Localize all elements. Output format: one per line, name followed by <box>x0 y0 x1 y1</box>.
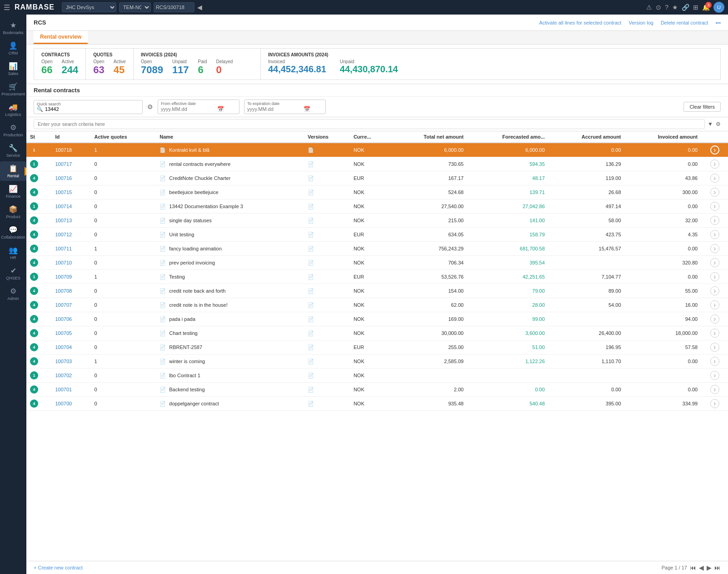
row-nav-arrow[interactable]: › <box>701 256 728 270</box>
chevron-right-icon[interactable]: › <box>710 230 719 239</box>
row-id[interactable]: 100712 <box>51 228 90 242</box>
row-id[interactable]: 100704 <box>51 340 90 354</box>
row-id[interactable]: 100702 <box>51 369 90 383</box>
row-nav-arrow[interactable]: › <box>701 369 728 383</box>
chevron-right-icon[interactable]: › <box>710 174 719 183</box>
sidebar-item-rental[interactable]: 📋 Rental <box>0 161 26 181</box>
to-date-input[interactable] <box>247 106 302 112</box>
row-id[interactable]: 100701 <box>51 383 90 397</box>
link-icon[interactable]: 🔗 <box>682 4 689 11</box>
row-id[interactable]: 100715 <box>51 185 90 200</box>
row-id[interactable]: 100706 <box>51 312 90 326</box>
table-row[interactable]: 4 100704 0 📄 RBRENT-2587 📄 EUR 255.00 51… <box>26 340 728 354</box>
pagination-first-button[interactable]: ⏮ <box>690 564 696 571</box>
chevron-right-icon[interactable]: › <box>710 145 719 155</box>
back-icon[interactable]: ◀ <box>197 4 202 11</box>
tem-selector[interactable]: TEM-NO <box>119 2 151 12</box>
activate-all-action[interactable]: Activate all lines for selected contract <box>539 20 621 25</box>
row-id[interactable]: 100713 <box>51 214 90 228</box>
create-contract-link[interactable]: + Create new contract <box>34 565 83 570</box>
chevron-right-icon[interactable]: › <box>710 385 719 394</box>
sidebar-item-logistics[interactable]: 🚚 Logistics <box>0 100 26 120</box>
row-nav-arrow[interactable]: › <box>701 397 728 411</box>
chevron-right-icon[interactable]: › <box>710 314 719 324</box>
sidebar-item-procurement[interactable]: 🛒 Procurement <box>0 80 26 99</box>
chevron-right-icon[interactable]: › <box>710 371 719 380</box>
pagination-last-button[interactable]: ⏭ <box>714 564 721 571</box>
more-actions-icon[interactable]: ••• <box>715 20 721 25</box>
row-id[interactable]: 100716 <box>51 171 90 185</box>
pagination-next-button[interactable]: ▶ <box>707 564 712 571</box>
table-row[interactable]: 4 100701 0 📄 Backend testing 📄 NOK 2.00 … <box>26 383 728 397</box>
row-nav-arrow[interactable]: › <box>701 284 728 298</box>
menu-icon[interactable]: ☰ <box>4 3 10 12</box>
sidebar-item-service[interactable]: 🔧 Service <box>0 141 26 160</box>
notification-bell[interactable]: 🔔 3 <box>702 4 710 11</box>
chevron-right-icon[interactable]: › <box>710 244 719 253</box>
chevron-right-icon[interactable]: › <box>710 399 719 408</box>
chevron-right-icon[interactable]: › <box>710 216 719 225</box>
chevron-right-icon[interactable]: › <box>710 258 719 267</box>
chevron-right-icon[interactable]: › <box>710 202 719 211</box>
sidebar-item-qhses[interactable]: ✔ QHSES <box>0 264 26 283</box>
chevron-right-icon[interactable]: › <box>710 300 719 309</box>
row-nav-arrow[interactable]: › <box>701 326 728 340</box>
row-id[interactable]: 100709 <box>51 270 90 284</box>
table-row[interactable]: 4 100711 1 📄 fancy loading animation 📄 N… <box>26 242 728 256</box>
calendar-icon-to[interactable]: 📅 <box>304 106 310 112</box>
table-row[interactable]: 4 100713 0 📄 single day statuses 📄 NOK 2… <box>26 214 728 228</box>
sidebar-item-sales[interactable]: 📊 Sales <box>0 59 26 79</box>
sidebar-item-admin[interactable]: ⚙ Admin <box>0 284 26 304</box>
alert-icon[interactable]: ⚠ <box>646 4 652 11</box>
table-settings-icon[interactable]: ⚙ <box>716 121 721 127</box>
grid-icon[interactable]: ⊞ <box>693 4 698 11</box>
row-id[interactable]: 100700 <box>51 397 90 411</box>
search-input[interactable] <box>34 119 705 129</box>
row-id[interactable]: 100717 <box>51 157 90 171</box>
version-log-action[interactable]: Version log <box>628 20 653 25</box>
row-id[interactable]: 100705 <box>51 326 90 340</box>
user-avatar[interactable]: U <box>713 2 724 13</box>
row-id[interactable]: 100718 <box>51 143 90 157</box>
sidebar-item-product[interactable]: 📦 Product <box>0 202 26 222</box>
row-nav-arrow[interactable]: › <box>701 185 728 200</box>
row-nav-arrow[interactable]: › <box>701 242 728 256</box>
row-nav-arrow[interactable]: › <box>701 157 728 171</box>
row-nav-arrow[interactable]: › <box>701 143 728 157</box>
row-nav-arrow[interactable]: › <box>701 228 728 242</box>
calendar-icon-from[interactable]: 📅 <box>217 106 224 112</box>
table-row[interactable]: 4 100715 0 📄 beetlejuice beetlejuice 📄 N… <box>26 185 728 200</box>
chevron-right-icon[interactable]: › <box>710 343 719 352</box>
pagination-prev-button[interactable]: ◀ <box>699 564 704 571</box>
row-nav-arrow[interactable]: › <box>701 340 728 354</box>
from-date-input[interactable] <box>161 106 215 112</box>
table-row[interactable]: 4 100710 0 📄 prev period invoicing 📄 NOK… <box>26 256 728 270</box>
chevron-right-icon[interactable]: › <box>710 357 719 366</box>
quick-search-input[interactable] <box>45 106 118 112</box>
column-filter-icon[interactable]: ▼ <box>708 121 713 127</box>
table-row[interactable]: 4 100706 0 📄 pada i pada 📄 NOK 169.00 99… <box>26 312 728 326</box>
row-nav-arrow[interactable]: › <box>701 354 728 369</box>
sidebar-item-bookmarks[interactable]: ★ Bookmarks <box>0 18 26 38</box>
company-selector[interactable]: JHC DevSys <box>62 2 116 12</box>
row-nav-arrow[interactable]: › <box>701 200 728 214</box>
row-nav-arrow[interactable]: › <box>701 214 728 228</box>
table-row[interactable]: 4 100703 1 📄 winter is coming 📄 NOK 2,58… <box>26 354 728 369</box>
filter-settings-button[interactable]: ⚙ <box>147 103 153 110</box>
table-row[interactable]: 1 100718 1 📄 Kontrakt kvit & blå 📄 NOK 6… <box>26 143 728 157</box>
sidebar-item-collaboration[interactable]: 💬 Collaboration <box>0 223 26 242</box>
row-id[interactable]: 100711 <box>51 242 90 256</box>
table-row[interactable]: 4 100716 0 📄 CreditNote Chuckle Charter … <box>26 171 728 185</box>
table-row[interactable]: 1 100702 0 📄 lbo Contract 1 📄 NOK › <box>26 369 728 383</box>
help-circle-icon[interactable]: ⊙ <box>656 4 661 11</box>
table-row[interactable]: 4 100708 0 📄 credit note back and forth … <box>26 284 728 298</box>
row-nav-arrow[interactable]: › <box>701 383 728 397</box>
table-row[interactable]: 4 100712 0 📄 Unit testing 📄 EUR 634.05 1… <box>26 228 728 242</box>
row-id[interactable]: 100703 <box>51 354 90 369</box>
chevron-right-icon[interactable]: › <box>710 329 719 338</box>
row-nav-arrow[interactable]: › <box>701 270 728 284</box>
sidebar-item-production[interactable]: ⚙ Production <box>0 120 26 140</box>
sidebar-item-finance[interactable]: 📈 Finance <box>0 182 26 201</box>
chevron-right-icon[interactable]: › <box>710 160 719 169</box>
delete-contract-action[interactable]: Delete rental contract <box>661 20 708 25</box>
